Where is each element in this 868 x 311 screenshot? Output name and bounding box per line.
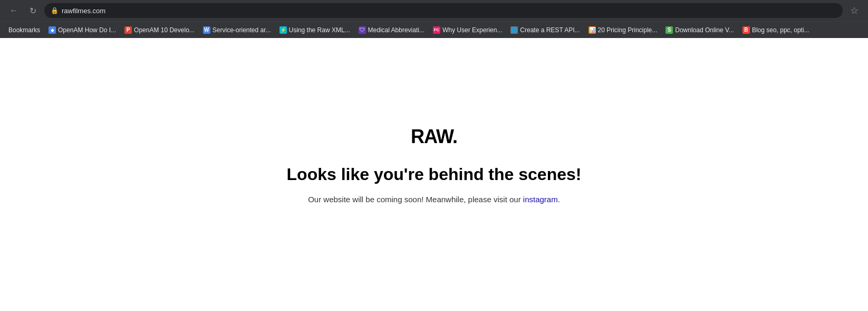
subtext-after: . bbox=[558, 195, 560, 204]
bookmark-openam-devel[interactable]: P OpenAM 10 Develo... bbox=[120, 24, 199, 36]
bookmark-icon-service: W bbox=[203, 26, 210, 34]
bookmark-icon-openam-how: ◆ bbox=[49, 26, 56, 34]
subtext-before: Our website will be coming soon! Meanwhi… bbox=[308, 195, 523, 204]
bookmark-blog-seo[interactable]: B Blog seo, ppc, opti... bbox=[738, 24, 814, 36]
bookmark-openam-how[interactable]: ◆ OpenAM How Do I... bbox=[44, 24, 120, 36]
bookmark-icon-raw: ⚡ bbox=[279, 26, 287, 34]
star-button[interactable]: ☆ bbox=[847, 3, 862, 18]
bookmark-label-openam-devel: OpenAM 10 Develo... bbox=[134, 26, 195, 34]
bookmark-service-oriented[interactable]: W Service-oriented ar... bbox=[199, 24, 275, 36]
bookmark-label-medical: Medical Abbreviati... bbox=[368, 26, 425, 34]
bookmark-why-user[interactable]: FC Why User Experien... bbox=[429, 24, 506, 36]
bookmark-label-rest: Create a REST API... bbox=[520, 26, 580, 34]
bookmark-label-download: Download Online V... bbox=[675, 26, 734, 34]
main-heading: Looks like you're behind the scenes! bbox=[287, 165, 582, 184]
bookmark-label-raw: Using the Raw XML... bbox=[289, 26, 350, 34]
refresh-button[interactable]: ↻ bbox=[25, 3, 40, 18]
bookmark-icon-medical: 🛡 bbox=[359, 26, 366, 34]
browser-chrome: ← ↻ 🔒 rawfilmes.com ☆ Bookmarks ◆ OpenAM… bbox=[0, 0, 868, 38]
url-text: rawfilmes.com bbox=[62, 7, 105, 15]
bookmark-label-openam-how: OpenAM How Do I... bbox=[58, 26, 116, 34]
bookmark-rest-api[interactable]: 🌐 Create a REST API... bbox=[506, 24, 584, 36]
sub-text: Our website will be coming soon! Meanwhi… bbox=[308, 195, 560, 204]
bookmark-label-pricing: 20 Pricing Principle... bbox=[598, 26, 658, 34]
site-logo: RAW. bbox=[411, 126, 457, 148]
lock-icon: 🔒 bbox=[51, 7, 59, 14]
bookmarks-bar: Bookmarks ◆ OpenAM How Do I... P OpenAM … bbox=[0, 21, 868, 38]
bookmark-label-user: Why User Experien... bbox=[442, 26, 502, 34]
bookmark-icon-rest: 🌐 bbox=[510, 26, 518, 34]
address-bar[interactable]: 🔒 rawfilmes.com bbox=[44, 3, 843, 18]
page-content: RAW. Looks like you're behind the scenes… bbox=[0, 38, 868, 291]
bookmark-icon-blog: B bbox=[742, 26, 750, 34]
bookmark-icon-download: S bbox=[666, 26, 673, 34]
bookmark-label-blog: Blog seo, ppc, opti... bbox=[752, 26, 809, 34]
bookmark-label-service: Service-oriented ar... bbox=[213, 26, 271, 34]
bookmark-download[interactable]: S Download Online V... bbox=[661, 24, 738, 36]
bookmark-icon-user: FC bbox=[433, 26, 440, 34]
bookmarks-text: Bookmarks bbox=[8, 26, 40, 34]
bookmark-icon-pricing: 📊 bbox=[589, 26, 596, 34]
back-button[interactable]: ← bbox=[6, 3, 21, 18]
instagram-link[interactable]: instagram bbox=[523, 195, 558, 204]
bookmark-pricing[interactable]: 📊 20 Pricing Principle... bbox=[584, 24, 662, 36]
bookmark-using-raw[interactable]: ⚡ Using the Raw XML... bbox=[275, 24, 354, 36]
bookmarks-label[interactable]: Bookmarks bbox=[4, 24, 44, 36]
bookmark-icon-openam-devel: P bbox=[124, 26, 132, 34]
nav-bar: ← ↻ 🔒 rawfilmes.com ☆ bbox=[0, 0, 868, 21]
bookmark-medical[interactable]: 🛡 Medical Abbreviati... bbox=[354, 24, 429, 36]
